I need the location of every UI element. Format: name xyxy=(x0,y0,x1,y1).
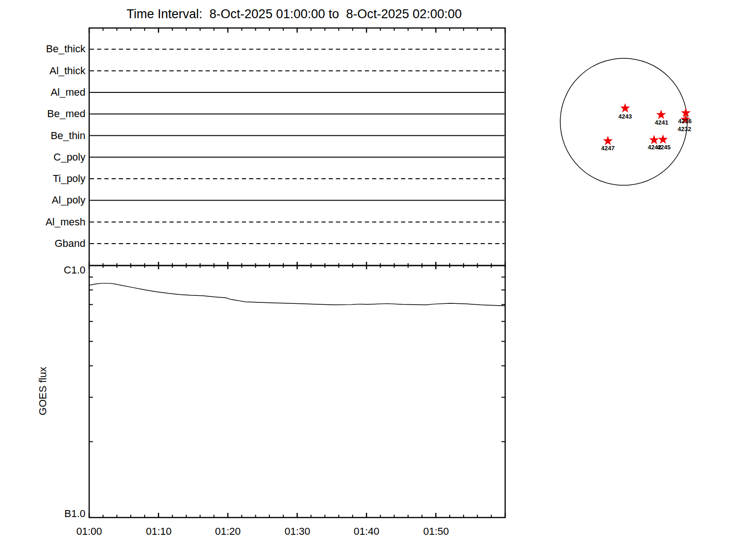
goes-ymin-label: B1.0 xyxy=(0,508,85,520)
filter-label-gband: Gband xyxy=(0,238,85,250)
filter-label-al-poly: Al_poly xyxy=(0,194,85,206)
plot-canvas: 4243424142364232424742424245 xyxy=(0,0,747,560)
active-region-label-4247: 4247 xyxy=(601,145,615,152)
filter-timeline-panel-box xyxy=(89,28,505,266)
active-region-label-4243: 4243 xyxy=(619,113,632,120)
active-region-label-4241: 4241 xyxy=(655,119,669,126)
filter-label-be-thick: Be_thick xyxy=(0,43,85,55)
xtick-0150: 01:50 xyxy=(408,525,464,538)
xtick-0140: 01:40 xyxy=(338,525,395,538)
xtick-0110: 01:10 xyxy=(131,525,187,538)
filter-label-be-med: Be_med xyxy=(0,108,85,120)
goes-ymax-label: C1.0 xyxy=(0,264,85,276)
active-region-label-4245: 4245 xyxy=(657,144,671,151)
xtick-0130: 01:30 xyxy=(269,525,325,538)
filter-label-ti-poly: Ti_poly xyxy=(0,173,85,185)
active-region-star-4241 xyxy=(656,110,666,119)
filter-label-al-mesh: Al_mesh xyxy=(0,216,85,228)
xtick-0100: 01:00 xyxy=(61,525,117,538)
active-region-star-4245 xyxy=(658,134,668,144)
filter-label-be-thin: Be_thin xyxy=(0,130,85,142)
xtick-0120: 01:20 xyxy=(200,525,256,538)
filter-label-al-thick: Al_thick xyxy=(0,65,85,77)
active-region-star-4242 xyxy=(649,135,659,144)
goes-yaxis-title: GOES flux xyxy=(37,367,49,415)
active-region-star-4243 xyxy=(620,103,630,112)
active-region-label-4236: 4236 xyxy=(678,118,692,125)
filter-label-c-poly: C_poly xyxy=(0,151,85,163)
plot-page: 4243424142364232424742424245 Time Interv… xyxy=(0,0,747,560)
active-region-label-4232: 4232 xyxy=(678,126,691,133)
filter-label-al-med: Al_med xyxy=(0,86,85,98)
active-region-star-4247 xyxy=(603,136,613,145)
plot-title: Time Interval: 8-Oct-2025 01:00:00 to 8-… xyxy=(86,7,502,21)
goes-flux-curve xyxy=(89,283,505,306)
